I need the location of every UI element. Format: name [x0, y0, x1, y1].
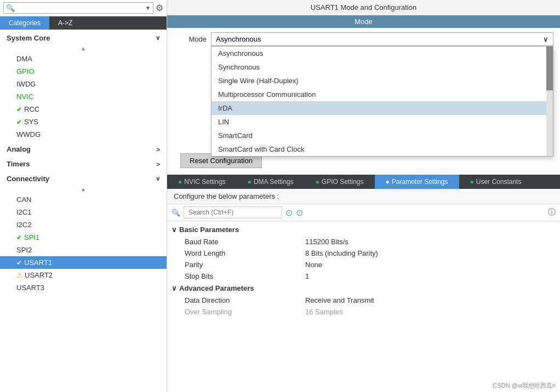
mode-label: Mode — [174, 35, 207, 43]
tab-label: DMA Settings — [254, 178, 294, 186]
param-search-input[interactable] — [184, 206, 282, 218]
collapse-icon: ∨ — [172, 284, 177, 292]
mode-label-bar: Mode — [167, 15, 560, 28]
sidebar-item-usart3[interactable]: USART3 — [0, 281, 167, 294]
chevron-down-icon: ▼ — [145, 5, 151, 11]
sidebar: 🔍 ▼ ⚙ Categories A->Z System Core ∨ ▲ DM… — [0, 0, 167, 392]
tab-gpio-settings[interactable]: ● GPIO Settings — [305, 175, 375, 189]
check-circle-icon: ● — [386, 178, 390, 186]
param-row-baudrate: Baud Rate 115200 Bits/s — [167, 236, 560, 247]
check-circle-icon: ● — [470, 178, 474, 186]
dropdown-item-sync[interactable]: Synchronous — [212, 60, 553, 74]
param-group-basic[interactable]: ∨ Basic Parameters — [167, 223, 560, 236]
sidebar-item-gpio[interactable]: GPIO — [0, 65, 167, 78]
item-label: NVIC — [16, 93, 33, 101]
sidebar-item-usart1[interactable]: ✔ USART1 — [0, 256, 167, 269]
item-label: DMA — [16, 55, 32, 63]
param-value: 8 Bits (including Parity) — [305, 249, 556, 257]
check-circle-icon: ● — [316, 178, 319, 186]
sidebar-item-nvic[interactable]: NVIC — [0, 90, 167, 103]
param-value: Receive and Transmit — [305, 296, 556, 304]
mode-dropdown: Asynchronous Synchronous Single Wire (Ha… — [211, 46, 553, 157]
param-row-datadirection: Data Direction Receive and Transmit — [167, 295, 560, 306]
sidebar-item-wwdg[interactable]: WWDG — [0, 128, 167, 141]
param-table: ∨ Basic Parameters Baud Rate 115200 Bits… — [167, 221, 560, 381]
search-input-wrapper[interactable]: 🔍 ▼ — [3, 2, 153, 14]
nav-next-icon[interactable]: ⊙ — [296, 207, 303, 218]
chevron-down-icon: ∨ — [543, 35, 548, 43]
section-connectivity[interactable]: Connectivity ∨ — [0, 170, 167, 185]
item-label: I2C2 — [16, 221, 31, 229]
mode-select[interactable]: Asynchronous ∨ — [211, 32, 553, 46]
mode-value: Asynchronous — [216, 35, 261, 43]
tab-categories[interactable]: Categories — [0, 16, 49, 30]
param-value: 1 — [305, 272, 556, 280]
watermark: CSDN @w我想吃西瓜n — [493, 382, 556, 389]
dropdown-item-singlewire[interactable]: Single Wire (Half-Duplex) — [212, 74, 553, 88]
sidebar-item-i2c1[interactable]: I2C1 — [0, 206, 167, 218]
sidebar-item-sys[interactable]: ✔ SYS — [0, 116, 167, 128]
param-value: 115200 Bits/s — [305, 238, 556, 246]
chevron-right-icon: > — [157, 161, 160, 168]
nav-prev-icon[interactable]: ⊙ — [285, 207, 293, 218]
item-label: RCC — [24, 105, 39, 113]
section-timers[interactable]: Timers > — [0, 155, 167, 170]
section-analog[interactable]: Analog > — [0, 141, 167, 155]
mode-section: Mode Mode Asynchronous ∨ Asynchronous Sy… — [167, 15, 560, 175]
sidebar-item-iwdg[interactable]: IWDG — [0, 78, 167, 90]
mode-row: Mode Asynchronous ∨ Asynchronous Synchro… — [167, 28, 560, 50]
info-icon: ⓘ — [548, 207, 556, 217]
param-name: Parity — [185, 261, 305, 269]
chevron-down-icon: ∨ — [156, 34, 160, 42]
param-name: Data Direction — [185, 296, 305, 304]
sidebar-item-spi2[interactable]: SPI2 — [0, 244, 167, 256]
dropdown-item-smartcard[interactable]: SmartCard — [212, 129, 553, 142]
sidebar-item-can[interactable]: CAN — [0, 193, 167, 206]
dropdown-item-smartcard-clock[interactable]: SmartCard with Card Clock — [212, 142, 553, 156]
item-label: CAN — [16, 195, 31, 204]
dropdown-item-async[interactable]: Asynchronous — [212, 47, 553, 60]
section-system-core[interactable]: System Core ∨ — [0, 30, 167, 44]
tab-label: User Constants — [476, 178, 522, 186]
param-row-wordlength: Word Length 8 Bits (including Parity) — [167, 247, 560, 259]
dropdown-item-multiprocessor[interactable]: Multiprocessor Communication — [212, 88, 553, 101]
sidebar-item-spi1[interactable]: ✔ SPI1 — [0, 231, 167, 244]
dropdown-scrollbar[interactable] — [546, 47, 553, 156]
tab-user-constants[interactable]: ● User Constants — [459, 175, 533, 189]
param-row-oversampling: Over Sampling 16 Samples — [167, 306, 560, 318]
group-label: Advanced Parameters — [179, 284, 254, 292]
search-bar: 🔍 ▼ ⚙ — [0, 0, 167, 16]
param-value: 16 Samples — [305, 308, 556, 316]
item-label: GPIO — [16, 67, 35, 76]
dropdown-item-irda[interactable]: IrDA — [212, 101, 553, 115]
param-search-bar: 🔍 ⊙ ⊙ ⓘ — [167, 204, 560, 221]
tab-az[interactable]: A->Z — [49, 16, 81, 30]
tab-nvic-settings[interactable]: ● NVIC Settings — [167, 175, 237, 189]
gear-icon[interactable]: ⚙ — [156, 3, 163, 13]
param-row-parity: Parity None — [167, 259, 560, 270]
tab-dma-settings[interactable]: ● DMA Settings — [237, 175, 305, 189]
param-row-stopbits: Stop Bits 1 — [167, 270, 560, 282]
tab-label: GPIO Settings — [322, 178, 364, 186]
item-label: IWDG — [16, 80, 36, 88]
tab-parameter-settings[interactable]: ● Parameter Settings — [375, 175, 459, 189]
mode-select-wrapper: Asynchronous ∨ Asynchronous Synchronous … — [211, 32, 553, 46]
warning-icon: ⚠ — [16, 272, 22, 279]
param-group-advanced[interactable]: ∨ Advanced Parameters — [167, 282, 560, 295]
sidebar-item-rcc[interactable]: ✔ RCC — [0, 103, 167, 116]
search-input[interactable] — [15, 4, 145, 12]
check-icon: ✔ — [16, 234, 22, 241]
scroll-up-indicator-2: ▲ — [0, 185, 167, 193]
sidebar-tab-bar: Categories A->Z — [0, 16, 167, 30]
check-circle-icon: ● — [248, 178, 252, 186]
check-icon: ✔ — [16, 106, 22, 113]
section-timers-label: Timers — [7, 160, 30, 168]
item-label: SPI2 — [16, 246, 32, 254]
sidebar-item-i2c2[interactable]: I2C2 — [0, 218, 167, 231]
sidebar-item-usart2[interactable]: ⚠ USART2 — [0, 269, 167, 281]
param-name: Baud Rate — [185, 238, 305, 246]
dropdown-item-lin[interactable]: LIN — [212, 115, 553, 129]
sidebar-item-dma[interactable]: DMA — [0, 53, 167, 65]
dropdown-scrollbar-thumb — [546, 47, 553, 90]
tab-label: Parameter Settings — [392, 178, 448, 186]
